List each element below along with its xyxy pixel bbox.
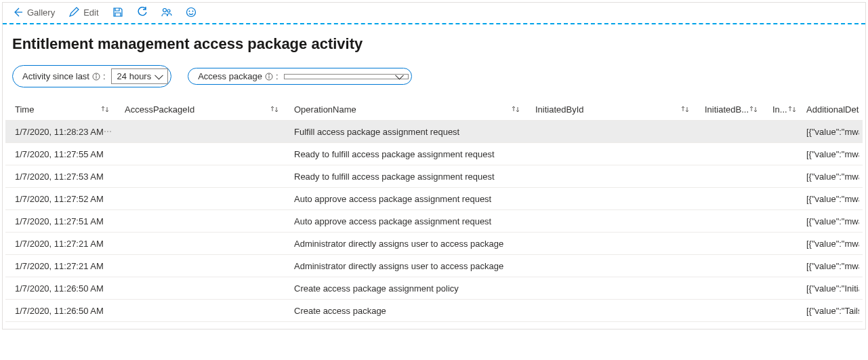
save-button[interactable]	[112, 7, 123, 18]
cell-initiated-by-type	[763, 260, 797, 271]
cell-access-package-id	[115, 305, 285, 316]
refresh-button[interactable]	[137, 7, 148, 18]
table-row[interactable]: 1/7/2020, 11:26:50 AMCreate access packa…	[5, 300, 863, 322]
cell-access-package-id	[115, 171, 285, 182]
svg-point-10	[268, 74, 269, 75]
sort-icon	[511, 104, 520, 114]
cell-time: 1/7/2020, 11:27:53 AM	[5, 166, 115, 187]
cell-additional-details: [{"value":"Initial	[797, 278, 859, 299]
sort-icon	[680, 104, 690, 114]
cell-initiated-by-name	[695, 260, 763, 271]
cell-access-package-id	[115, 193, 285, 204]
cell-initiated-by-name	[695, 193, 763, 204]
cell-initiated-by-type	[763, 216, 797, 226]
cell-initiated-by-id	[526, 148, 695, 159]
users-button[interactable]	[161, 7, 172, 18]
gallery-label: Gallery	[27, 7, 55, 18]
cell-operation-name: Auto approve access package assignment r…	[285, 211, 526, 232]
cell-time: 1/7/2020, 11:28:23 AM⋯	[5, 121, 115, 142]
cell-initiated-by-id	[526, 171, 695, 182]
table-row[interactable]: 1/7/2020, 11:27:52 AMAuto approve access…	[5, 188, 863, 210]
cell-initiated-by-name	[695, 283, 763, 294]
package-filter-select[interactable]	[284, 74, 409, 79]
app-frame: Gallery Edit En	[2, 2, 866, 329]
svg-point-4	[192, 11, 192, 12]
sort-icon	[270, 104, 279, 114]
cell-initiated-by-id	[526, 283, 695, 294]
col-header-initiated-by-type[interactable]: In...	[763, 99, 797, 120]
cell-time: 1/7/2020, 11:26:50 AM	[5, 278, 115, 299]
cell-operation-name: Fulfill access package assignment reques…	[285, 121, 526, 142]
col-header-time[interactable]: Time	[5, 99, 115, 120]
activity-since-last-filter[interactable]: Activity since last : 24 hours	[12, 65, 171, 87]
cell-initiated-by-type	[763, 148, 797, 159]
cell-initiated-by-name	[695, 148, 763, 159]
cell-initiated-by-name	[695, 305, 763, 316]
cell-initiated-by-id	[526, 260, 695, 271]
row-menu-icon[interactable]: ⋯	[104, 127, 115, 137]
feedback-button[interactable]	[186, 7, 197, 18]
cell-operation-name: Administrator directly assigns user to a…	[285, 256, 526, 277]
cell-initiated-by-name	[695, 171, 763, 182]
cell-initiated-by-name	[695, 216, 763, 226]
cell-initiated-by-name	[695, 238, 763, 249]
table-row[interactable]: 1/7/2020, 11:27:51 AMAuto approve access…	[5, 210, 863, 233]
refresh-icon	[137, 7, 148, 18]
cell-initiated-by-id	[526, 216, 695, 226]
pencil-icon	[68, 7, 79, 18]
cell-initiated-by-id	[526, 238, 695, 249]
cell-initiated-by-id	[526, 193, 695, 204]
cell-access-package-id	[115, 260, 285, 271]
col-header-operation-name[interactable]: OperationName	[285, 99, 526, 120]
cell-time: 1/7/2020, 11:27:51 AM	[5, 211, 115, 232]
cell-operation-name: Create access package assignment policy	[285, 278, 526, 299]
table-row[interactable]: 1/7/2020, 11:27:21 AMAdministrator direc…	[5, 233, 863, 255]
sort-icon	[787, 104, 797, 114]
table-row[interactable]: 1/7/2020, 11:27:53 AMReady to fulfill ac…	[5, 165, 863, 188]
table-row[interactable]: 1/7/2020, 11:28:23 AM⋯Fulfill access pac…	[5, 121, 863, 143]
cell-additional-details: [{"value":"mwah	[797, 233, 859, 254]
cell-initiated-by-type	[763, 193, 797, 204]
page-title: Entitlement management access package ac…	[3, 24, 865, 53]
cell-additional-details: [{"value":"mwah	[797, 166, 859, 187]
cell-operation-name: Administrator directly assigns user to a…	[285, 233, 526, 254]
cell-operation-name: Auto approve access package assignment r…	[285, 188, 526, 209]
cell-additional-details: [{"value":"mwah	[797, 121, 859, 142]
cell-initiated-by-id	[526, 126, 695, 137]
package-filter-label: Access package :	[198, 71, 278, 81]
smiley-icon	[186, 7, 197, 18]
col-header-initiated-by-id[interactable]: InitiatedById	[526, 99, 695, 120]
cell-time: 1/7/2020, 11:27:21 AM	[5, 256, 115, 277]
table-row[interactable]: 1/7/2020, 11:27:55 AMReady to fulfill ac…	[5, 143, 863, 165]
cell-initiated-by-id	[526, 305, 695, 316]
info-icon	[92, 73, 100, 81]
cell-operation-name: Ready to fulfill access package assignme…	[285, 144, 526, 165]
col-header-initiated-by-name[interactable]: InitiatedB...	[695, 99, 763, 120]
gallery-button[interactable]: Gallery	[12, 7, 55, 18]
cell-initiated-by-type	[763, 171, 797, 182]
svg-point-3	[188, 11, 189, 12]
cell-initiated-by-type	[763, 126, 797, 137]
table-row[interactable]: 1/7/2020, 11:26:50 AMCreate access packa…	[5, 277, 863, 300]
cell-initiated-by-type	[763, 238, 797, 249]
cell-additional-details: [{"value":"mwah	[797, 256, 859, 277]
save-icon	[112, 7, 123, 18]
cell-initiated-by-name	[695, 126, 763, 137]
grid-header-row: Time AccessPackageId OperationName Initi…	[5, 98, 863, 121]
edit-button[interactable]: Edit	[68, 7, 98, 18]
table-row[interactable]: 1/7/2020, 11:27:21 AMAdministrator direc…	[5, 255, 863, 277]
people-icon	[161, 7, 172, 18]
access-package-filter[interactable]: Access package :	[188, 68, 411, 85]
svg-point-1	[167, 9, 170, 12]
cell-additional-details: [{"value":"mwah	[797, 144, 859, 165]
cell-additional-details: [{"value":"Tailspi	[797, 300, 859, 321]
info-icon	[265, 73, 273, 81]
cell-initiated-by-type	[763, 283, 797, 294]
cell-access-package-id	[115, 126, 285, 137]
col-header-additional-details[interactable]: AdditionalDeta	[797, 99, 859, 120]
activity-filter-select[interactable]: 24 hours	[111, 68, 169, 84]
results-grid: Time AccessPackageId OperationName Initi…	[3, 98, 865, 322]
col-header-access-package-id[interactable]: AccessPackageId	[115, 99, 285, 120]
cell-time: 1/7/2020, 11:27:55 AM	[5, 144, 115, 165]
activity-filter-label: Activity since last :	[22, 71, 106, 81]
